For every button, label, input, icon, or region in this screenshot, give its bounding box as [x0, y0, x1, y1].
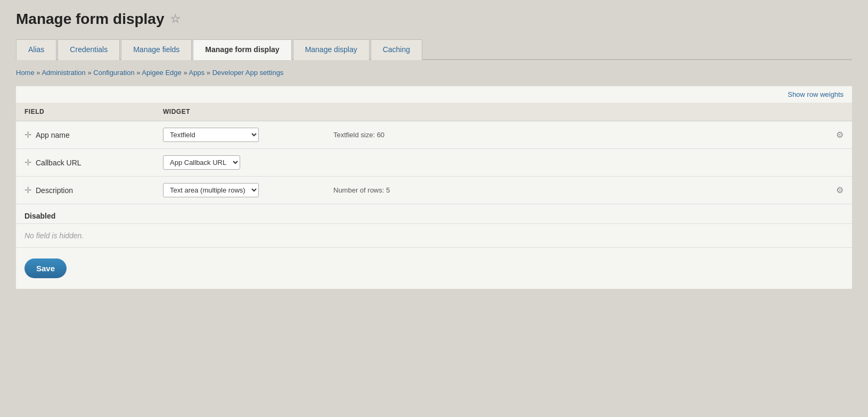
widget-cell-description: Text area (multiple rows) Textfield Hidd…: [154, 177, 325, 204]
save-button[interactable]: Save: [24, 258, 67, 278]
table-header: FIELD WIDGET: [16, 103, 852, 121]
breadcrumb-home[interactable]: Home: [16, 69, 35, 77]
gear-cell-callback-url: [828, 149, 852, 177]
breadcrumb-apps[interactable]: Apps: [189, 69, 205, 77]
widget-info-callback-url: [325, 149, 828, 177]
breadcrumb-administration[interactable]: Administration: [42, 69, 85, 77]
drag-handle-app-name[interactable]: ✛: [24, 130, 31, 140]
widget-select-app-name[interactable]: Textfield Text area (multiple rows) Hidd…: [163, 128, 259, 142]
tab-caching[interactable]: Caching: [371, 39, 422, 60]
drag-handle-callback-url[interactable]: ✛: [24, 157, 31, 168]
content-area: FIELD WIDGET ✛ App name: [16, 103, 852, 289]
disabled-section: Disabled: [16, 204, 852, 223]
col-header-action: [828, 103, 852, 121]
tabs-bar: Alias Credentials Manage fields Manage f…: [16, 38, 852, 60]
widget-cell-callback-url: App Callback URL Textfield Hidden: [154, 149, 325, 177]
field-cell-callback-url: ✛ Callback URL: [16, 149, 154, 177]
field-label-app-name: App name: [36, 131, 70, 139]
tab-alias[interactable]: Alias: [16, 39, 56, 60]
breadcrumb-configuration[interactable]: Configuration: [93, 69, 134, 77]
show-row-weights-link[interactable]: Show row weights: [788, 90, 844, 98]
favorite-star-icon[interactable]: ☆: [170, 12, 181, 26]
breadcrumb-apigee-edge[interactable]: Apigee Edge: [142, 69, 181, 77]
gear-icon-description[interactable]: ⚙: [836, 186, 844, 195]
table-body: ✛ App name Textfield Text area (multiple…: [16, 121, 852, 204]
field-cell-app-name: ✛ App name: [16, 121, 154, 149]
drag-handle-description[interactable]: ✛: [24, 185, 31, 195]
tab-manage-form-display[interactable]: Manage form display: [193, 39, 291, 60]
widget-info-description: Number of rows: 5: [325, 177, 828, 204]
widget-select-callback-url[interactable]: App Callback URL Textfield Hidden: [163, 155, 240, 170]
gear-icon-app-name[interactable]: ⚙: [836, 130, 844, 139]
breadcrumb: Home » Administration » Configuration » …: [16, 69, 852, 77]
page-wrapper: Manage form display ☆ Alias Credentials …: [0, 0, 868, 417]
page-title: Manage form display: [16, 11, 165, 28]
widget-select-description[interactable]: Text area (multiple rows) Textfield Hidd…: [163, 183, 259, 197]
table-row: ✛ Callback URL App Callback URL Textfiel…: [16, 149, 852, 177]
breadcrumb-developer-app-settings[interactable]: Developer App settings: [212, 69, 284, 77]
field-cell-description: ✛ Description: [16, 177, 154, 204]
gear-cell-app-name: ⚙: [828, 121, 852, 149]
tab-manage-display[interactable]: Manage display: [293, 39, 370, 60]
field-label-callback-url: Callback URL: [36, 159, 81, 167]
disabled-label: Disabled: [24, 212, 55, 220]
tab-credentials[interactable]: Credentials: [58, 39, 120, 60]
fields-table: FIELD WIDGET ✛ App name: [16, 103, 852, 204]
table-row: ✛ Description Text area (multiple rows) …: [16, 177, 852, 204]
col-header-field: FIELD: [16, 103, 154, 121]
show-row-weights-container: Show row weights: [16, 86, 852, 103]
page-title-container: Manage form display ☆: [16, 11, 852, 28]
no-field-message: No field is hidden.: [24, 231, 84, 240]
gear-cell-description: ⚙: [828, 177, 852, 204]
col-header-widget: WIDGET: [154, 103, 325, 121]
col-header-info: [325, 103, 828, 121]
widget-cell-app-name: Textfield Text area (multiple rows) Hidd…: [154, 121, 325, 149]
widget-info-app-name: Textfield size: 60: [325, 121, 828, 149]
table-row: ✛ App name Textfield Text area (multiple…: [16, 121, 852, 149]
tab-manage-fields[interactable]: Manage fields: [121, 39, 192, 60]
save-button-container: Save: [16, 248, 852, 289]
table-header-row: FIELD WIDGET: [16, 103, 852, 121]
field-label-description: Description: [36, 186, 73, 195]
disabled-row: No field is hidden.: [16, 223, 852, 248]
